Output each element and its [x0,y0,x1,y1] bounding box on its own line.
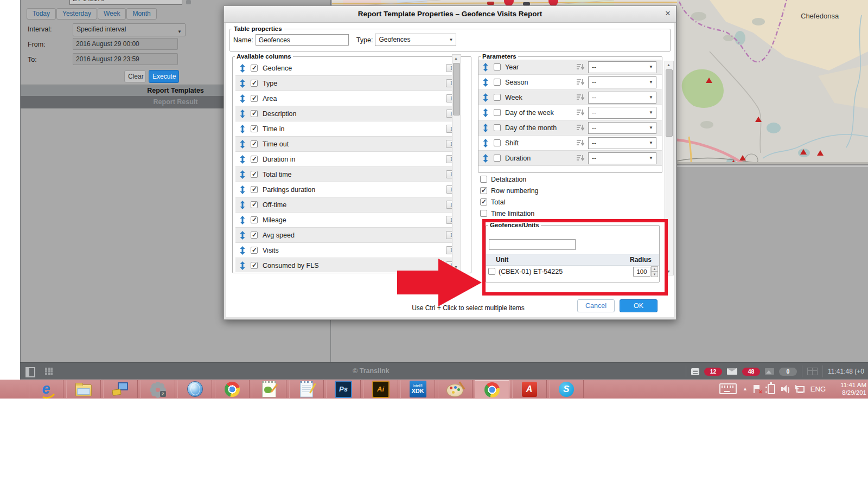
touch-keyboard-icon[interactable] [719,383,737,394]
scroll-down-icon[interactable]: ▼ [452,264,459,271]
option-checkbox[interactable] [480,187,487,194]
option-checkbox[interactable] [480,210,487,217]
scroll-down-icon[interactable]: ▼ [665,268,672,275]
taskbar-slot[interactable] [177,380,212,398]
column-checkbox[interactable] [251,95,258,102]
template-name-input[interactable] [256,34,349,46]
column-checkbox[interactable] [251,171,258,178]
parameter-checkbox[interactable] [494,94,501,101]
parameter-checkbox[interactable] [494,79,501,86]
taskbar-slot[interactable]: e [29,380,63,398]
network-icon[interactable] [795,385,805,393]
parameters-scrollbar[interactable]: ▲ ▼ [665,61,674,275]
sort-order-icon[interactable] [576,155,585,162]
quick-button-yesterday[interactable]: Yesterday [56,8,97,20]
scroll-thumb[interactable] [453,63,460,115]
taskbar-slot[interactable] [252,380,286,398]
taskbar-slot[interactable] [438,380,473,398]
language-indicator[interactable]: ENG [810,385,826,393]
radius-spinner[interactable]: ▲▼ [651,266,658,277]
move-updown-icon[interactable] [240,64,246,73]
move-updown-icon[interactable] [240,140,246,149]
scroll-up-icon[interactable]: ▲ [452,55,459,62]
column-checkbox[interactable] [251,186,258,193]
spin-up-icon[interactable]: ▲ [651,266,658,272]
parameter-value-select[interactable]: -- [588,137,656,149]
column-checkbox[interactable] [251,140,258,147]
parameter-value-select[interactable]: -- [588,76,656,88]
units-filter-input[interactable] [489,239,576,250]
sort-order-icon[interactable] [576,63,585,70]
apps-grid-icon[interactable] [45,368,53,375]
sort-order-icon[interactable] [576,109,585,116]
parameter-value-select[interactable]: -- [588,92,656,104]
taskbar-slot[interactable]: S [549,380,584,398]
option-checkbox[interactable] [480,198,487,206]
quick-button-today[interactable]: Today [27,8,56,20]
move-updown-icon[interactable] [240,94,246,103]
taskbar-slot[interactable]: Intel®XDK [400,380,435,398]
taskbar-slot[interactable] [66,380,101,398]
notifications-icon[interactable] [691,368,699,375]
quick-button-week[interactable]: Week [98,8,126,20]
move-updown-icon[interactable] [483,63,489,72]
parameter-checkbox[interactable] [494,139,501,146]
column-checkbox[interactable] [251,125,258,132]
unit-search-input[interactable] [69,0,182,5]
tray-clock[interactable]: 11:41 AM 8/29/201 [832,381,866,397]
clear-button[interactable]: Clear [124,70,146,82]
scroll-thumb[interactable] [666,69,673,137]
move-updown-icon[interactable] [240,261,246,270]
column-checkbox[interactable] [251,110,258,117]
interval-select[interactable]: Specified interval [73,23,186,36]
move-updown-icon[interactable] [483,108,489,117]
parameter-value-select[interactable]: -- [588,61,656,73]
taskbar-slot[interactable]: Ps [326,380,361,398]
execute-button[interactable]: Execute [149,70,179,83]
unit-checkbox[interactable] [488,268,495,275]
action-center-flag-icon[interactable]: ✕ [754,385,761,393]
taskbar-slot[interactable] [215,380,250,398]
move-updown-icon[interactable] [483,154,489,163]
columns-scrollbar[interactable]: ▲ ▼ [452,54,461,271]
move-updown-icon[interactable] [240,110,246,118]
move-updown-icon[interactable] [240,201,246,209]
spin-down-icon[interactable]: ▼ [651,272,658,277]
unit-row[interactable]: (CBEX-01) ET-54225▲▼ [486,265,659,278]
panel-toggle-icon[interactable] [25,367,35,377]
taskbar-slot[interactable]: 2 [141,380,175,398]
column-checkbox[interactable] [251,201,258,208]
column-checkbox[interactable] [251,216,258,223]
move-updown-icon[interactable] [240,125,246,133]
option-checkbox[interactable] [480,176,487,183]
sort-order-icon[interactable] [576,94,585,101]
map[interactable]: Chefedonsa [677,0,868,165]
close-icon[interactable]: × [665,8,671,19]
parameter-checkbox[interactable] [494,155,501,162]
move-updown-icon[interactable] [240,216,246,224]
column-checkbox[interactable] [251,80,258,87]
move-updown-icon[interactable] [240,246,246,255]
to-date-input[interactable] [73,53,178,65]
parameter-checkbox[interactable] [494,124,501,131]
move-updown-icon[interactable] [240,185,246,194]
column-checkbox[interactable] [251,232,258,239]
move-updown-icon[interactable] [240,231,246,240]
taskbar-slot[interactable] [475,380,509,399]
move-updown-icon[interactable] [240,79,246,88]
parameter-value-select[interactable]: -- [588,122,656,134]
taskbar-slot[interactable] [103,380,138,398]
radius-input[interactable] [633,267,650,277]
from-date-input[interactable] [73,38,178,50]
taskbar-slot[interactable] [289,380,324,398]
sort-order-icon[interactable] [576,79,585,86]
move-updown-icon[interactable] [240,170,246,179]
move-updown-icon[interactable] [483,124,489,132]
taskbar-slot[interactable]: A [512,380,547,398]
power-battery-icon[interactable] [768,384,775,394]
parameter-value-select[interactable]: -- [588,152,656,164]
sort-order-icon[interactable] [576,139,585,146]
ok-button[interactable]: OK [620,299,658,312]
volume-speaker-icon[interactable] [781,385,789,393]
scroll-up-icon[interactable]: ▲ [665,61,672,68]
